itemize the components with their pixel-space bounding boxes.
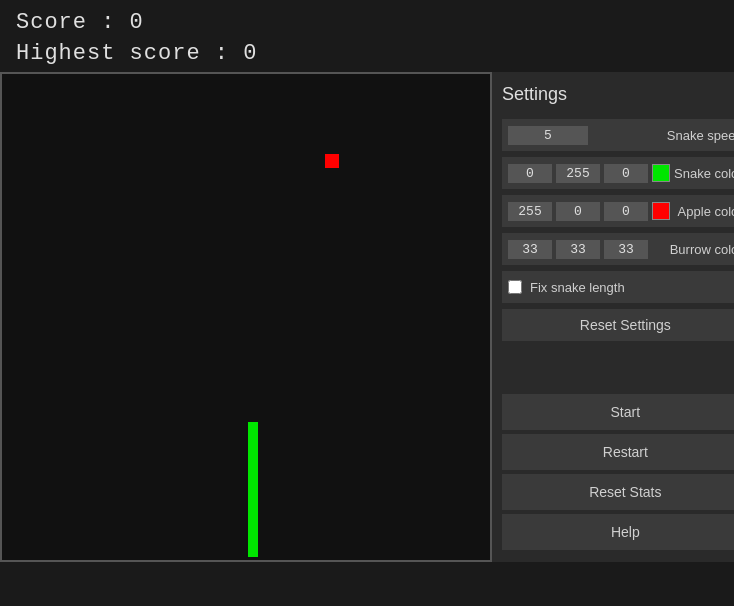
burrow-color-r-input[interactable] — [508, 240, 552, 259]
snake-color-r-input[interactable] — [508, 164, 552, 183]
snake-speed-row: Snake speed — [502, 119, 734, 151]
snake-color-b-input[interactable] — [604, 164, 648, 183]
snake-body — [248, 422, 258, 557]
main-area: Settings Snake speed Snake color Apple c… — [0, 72, 734, 562]
score-display: Score : 0 — [16, 10, 718, 35]
header: Score : 0 Highest score : 0 — [0, 0, 734, 72]
settings-title: Settings — [502, 84, 734, 105]
burrow-color-b-input[interactable] — [604, 240, 648, 259]
reset-settings-row: Reset Settings — [502, 309, 734, 341]
burrow-color-g-input[interactable] — [556, 240, 600, 259]
snake-speed-label: Snake speed — [667, 128, 734, 143]
burrow-color-row: Burrow color — [502, 233, 734, 265]
fix-snake-length-row: Fix snake length — [502, 271, 734, 303]
highest-score-display: Highest score : 0 — [16, 41, 718, 66]
apple-color-row: Apple color — [502, 195, 734, 227]
snake-color-g-input[interactable] — [556, 164, 600, 183]
snake-speed-input[interactable] — [508, 126, 588, 145]
snake-color-row: Snake color — [502, 157, 734, 189]
restart-button[interactable]: Restart — [502, 434, 734, 470]
apple-color-swatch — [652, 202, 670, 220]
fix-snake-length-checkbox[interactable] — [508, 280, 522, 294]
game-canvas — [0, 72, 492, 562]
snake-color-label: Snake color — [674, 166, 734, 181]
settings-panel: Settings Snake speed Snake color Apple c… — [492, 72, 734, 562]
apple-color-label: Apple color — [678, 204, 734, 219]
reset-stats-button[interactable]: Reset Stats — [502, 474, 734, 510]
apple-color-r-input[interactable] — [508, 202, 552, 221]
burrow-color-label: Burrow color — [670, 242, 734, 257]
apple-color-b-input[interactable] — [604, 202, 648, 221]
start-button[interactable]: Start — [502, 394, 734, 430]
apple-color-g-input[interactable] — [556, 202, 600, 221]
snake-color-swatch — [652, 164, 670, 182]
fix-snake-length-label: Fix snake length — [530, 280, 625, 295]
help-button[interactable]: Help — [502, 514, 734, 550]
spacer — [502, 347, 734, 388]
bottom-buttons: Start Restart Reset Stats Help — [502, 394, 734, 550]
apple — [325, 154, 339, 168]
reset-settings-button[interactable]: Reset Settings — [502, 309, 734, 341]
